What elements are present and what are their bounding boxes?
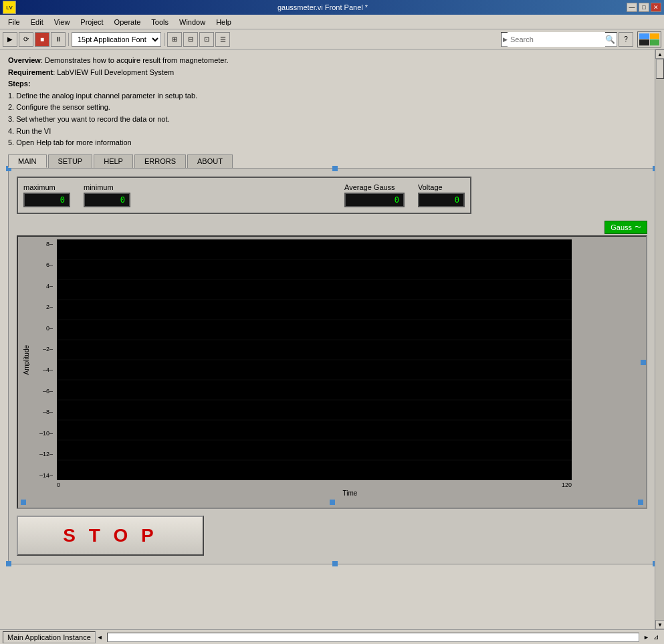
gauss-btn-container: Gauss 〜 (17, 221, 647, 234)
menu-edit[interactable]: Edit (25, 17, 49, 27)
distribute-button[interactable]: ⊟ (183, 32, 198, 47)
minimize-button[interactable]: — (627, 3, 637, 12)
scroll-up-button[interactable]: ▲ (655, 49, 664, 59)
main-content: Overview: Demonstrates how to acquire re… (0, 49, 664, 629)
y-tick-2: 2– (31, 304, 53, 310)
scroll-thumb[interactable] (656, 59, 664, 79)
toolbar: ▶ ⟳ ■ ⏸ 15pt Application Font ⊞ ⊟ ⊡ ☰ ▶ … (0, 29, 664, 49)
status-scrollbar[interactable] (107, 633, 639, 642)
help-button[interactable]: ? (619, 32, 633, 47)
scroll-left-btn[interactable]: ◄ (96, 634, 104, 641)
stop-button[interactable]: S T O P (17, 516, 204, 556)
font-select[interactable]: 15pt Application Font (72, 32, 161, 47)
maximum-label: maximum (23, 183, 70, 191)
y-tick-6: 6– (31, 261, 53, 268)
tab-main[interactable]: MAIN (8, 154, 47, 168)
chart-container: Amplitude 8– 6– 4– 2– 0– –2– –4– –6– –8–… (17, 235, 647, 509)
minimum-label: minimum (84, 183, 130, 191)
y-tick-neg6: –6– (31, 388, 53, 395)
status-main-instance: Main Application Instance (3, 631, 96, 643)
y-tick-neg14: –14– (31, 472, 53, 479)
tab-errors[interactable]: ERRORS (134, 154, 186, 168)
x-ticks: 0 120 (57, 481, 572, 488)
steps-label: Steps: (8, 78, 656, 90)
menu-file[interactable]: File (3, 17, 25, 27)
overview-label: Overview (8, 56, 41, 64)
corner-resize-handle[interactable]: ⊿ (651, 632, 661, 643)
voltage-label: Voltage (418, 183, 465, 191)
step-3: 3. Set whether you want to record the da… (8, 114, 656, 126)
resize-handle-r[interactable] (641, 360, 646, 365)
y-axis-label-container: Amplitude (21, 239, 31, 480)
overview-line: Overview: Demonstrates how to acquire re… (8, 55, 656, 67)
run-button[interactable]: ▶ (3, 32, 17, 47)
average-gauss-value: 0 (344, 193, 405, 207)
x-tick-0: 0 (57, 481, 60, 488)
menu-help[interactable]: Help (211, 17, 237, 27)
menu-view[interactable]: View (49, 17, 76, 27)
resize-button[interactable]: ⊡ (199, 32, 214, 47)
scroll-track (655, 59, 664, 620)
waveform-chart (57, 239, 572, 480)
menu-window[interactable]: Window (174, 17, 211, 27)
gauss-button[interactable]: Gauss 〜 (604, 221, 647, 234)
search-container: ▶ 🔍 (501, 32, 617, 47)
status-text: Main Application Instance (7, 633, 91, 641)
requirement-text: : LabVIEW Full Development System (53, 68, 174, 76)
resize-handle-bottom-center[interactable] (332, 561, 338, 566)
bottom-resize-handles (21, 500, 643, 505)
menu-tools[interactable]: Tools (146, 17, 174, 27)
pause-button[interactable]: ⏸ (51, 32, 66, 47)
tab-help[interactable]: HELP (94, 154, 133, 168)
window-title: gaussmeter.vi Front Panel * (19, 3, 627, 11)
y-tick-neg10: –10– (31, 430, 53, 437)
align-button[interactable]: ⊞ (167, 32, 182, 47)
chart-wrapper: Amplitude 8– 6– 4– 2– 0– –2– –4– –6– –8–… (21, 239, 643, 480)
overview-text: : Demonstrates how to acquire result fro… (41, 56, 229, 64)
menu-operate[interactable]: Operate (109, 17, 146, 27)
x-tick-120: 120 (562, 481, 572, 488)
x-axis-label: Time (57, 490, 643, 497)
search-arrow: ▶ (503, 36, 508, 43)
step-1: 1. Define the analog input channel param… (8, 90, 656, 102)
scroll-right-btn[interactable]: ► (642, 634, 651, 641)
step-2: 2. Configure the sensor setting. (8, 102, 656, 114)
run-continuously-button[interactable]: ⟳ (19, 32, 33, 47)
maximize-button[interactable]: □ (639, 3, 649, 12)
indicators-panel: maximum 0 minimum 0 Average Gauss 0 Volt… (17, 177, 471, 214)
description-panel: Overview: Demonstrates how to acquire re… (8, 55, 656, 149)
resize-handle-bl[interactable] (21, 500, 26, 505)
resize-handle-tm[interactable] (332, 166, 338, 171)
toolbar-separator-1 (68, 33, 69, 46)
status-bar: Main Application Instance ◄ ► ⊿ (0, 629, 664, 644)
vi-panel-icon (637, 31, 661, 47)
tab-setup[interactable]: SETUP (48, 154, 93, 168)
vertical-scrollbar[interactable]: ▲ ▼ (655, 49, 664, 629)
y-axis-label: Amplitude (23, 345, 30, 374)
average-gauss-indicator: Average Gauss 0 (344, 183, 405, 207)
stop-btn-container: S T O P (17, 516, 647, 556)
search-icon[interactable]: 🔍 (605, 35, 615, 44)
y-ticks: 8– 6– 4– 2– 0– –2– –4– –6– –8– –10– –12–… (31, 239, 57, 480)
resize-handle-bm[interactable] (330, 500, 335, 505)
close-button[interactable]: ✕ (651, 3, 661, 12)
reorder-button[interactable]: ☰ (215, 32, 230, 47)
step-4: 4. Run the VI (8, 126, 656, 138)
resize-handle-bottom-left[interactable] (6, 561, 11, 566)
average-gauss-label: Average Gauss (344, 183, 405, 191)
abort-button[interactable]: ■ (35, 32, 49, 47)
scroll-down-button[interactable]: ▼ (655, 620, 664, 629)
resize-handle-br[interactable] (638, 500, 643, 505)
voltage-value: 0 (418, 193, 465, 207)
menu-project[interactable]: Project (75, 17, 108, 27)
tab-about[interactable]: ABOUT (187, 154, 233, 168)
search-input[interactable] (508, 32, 605, 47)
y-tick-neg2: –2– (31, 346, 53, 352)
step-5: 5. Open Help tab for more information (8, 137, 656, 149)
y-tick-8: 8– (31, 241, 53, 247)
app-icon: LV (3, 1, 16, 14)
tab-content-main: maximum 0 minimum 0 Average Gauss 0 Volt… (8, 168, 656, 564)
voltage-indicator: Voltage 0 (418, 183, 465, 207)
minimum-indicator: minimum 0 (84, 183, 130, 207)
maximum-indicator: maximum 0 (23, 183, 70, 207)
